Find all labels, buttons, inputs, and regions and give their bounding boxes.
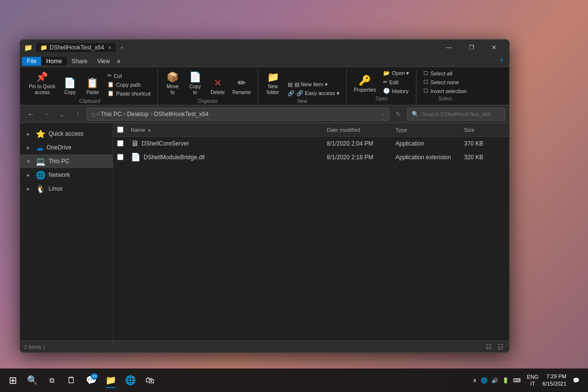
header-date[interactable]: Date modified bbox=[323, 123, 392, 136]
menu-share[interactable]: Share bbox=[67, 57, 92, 66]
refresh-button[interactable]: ↻ bbox=[392, 107, 405, 121]
history-button[interactable]: 🕐 History bbox=[380, 87, 413, 95]
maximize-button[interactable]: ❐ bbox=[460, 40, 483, 55]
volume-icon[interactable]: 🔊 bbox=[491, 377, 498, 384]
select-all-button[interactable]: ☐ Select all bbox=[420, 69, 469, 77]
taskbar-search-button[interactable]: 🔍 bbox=[24, 371, 41, 389]
clipboard-small-buttons: ✂ Cut 📋 Copy path 📋 Paste shortcut bbox=[104, 72, 153, 98]
recent-locations-button[interactable]: ⌄ bbox=[55, 107, 69, 121]
taskbar-store-button[interactable]: 🛍 bbox=[141, 371, 159, 389]
sidebar-item-onedrive[interactable]: ► ☁ OneDrive bbox=[20, 141, 113, 154]
edit-button[interactable]: ✏ Edit bbox=[380, 78, 413, 86]
task-view-button[interactable]: ⧉ bbox=[43, 371, 61, 389]
table-row[interactable]: 🖥 DShellCoreServer 8/1/2020 2:04 PM Appl… bbox=[113, 137, 509, 150]
easy-access-button[interactable]: 🔗 🔗 Easy access ▾ bbox=[285, 89, 343, 98]
cut-button[interactable]: ✂ Cut bbox=[104, 72, 153, 80]
row2-check[interactable] bbox=[117, 154, 123, 160]
large-icons-view-button[interactable]: ☷ bbox=[495, 342, 505, 352]
delete-button[interactable]: ✕ Delete bbox=[207, 75, 228, 98]
sidebar-item-quick-access[interactable]: ► ⭐ Quick access bbox=[20, 127, 113, 141]
taskbar-right: ∧ 🌐 🔊 🔋 ⌨ ENG IT 7:29 PM 6/15/2021 💬 bbox=[469, 371, 588, 389]
copy-button[interactable]: 📄 Copy bbox=[59, 75, 81, 98]
select-none-icon: ☐ bbox=[423, 79, 428, 85]
select-none-button[interactable]: ☐ Select none bbox=[420, 78, 469, 86]
tab-folder-icon: 📁 bbox=[40, 44, 48, 51]
header-name[interactable]: Name ▲ bbox=[127, 123, 323, 136]
network-icon: 🌐 bbox=[36, 171, 46, 180]
invert-selection-button[interactable]: ☐ Invert selection bbox=[420, 87, 469, 95]
widgets-button[interactable]: 🗒 bbox=[63, 371, 80, 389]
network-chevron: ► bbox=[26, 172, 33, 178]
pin-to-quick-access-button[interactable]: 📌 Pin to Quickaccess bbox=[26, 69, 58, 98]
organize-group-label: Organize bbox=[198, 98, 218, 104]
taskbar-clock[interactable]: 7:29 PM 6/15/2021 bbox=[542, 373, 566, 388]
copy-path-button[interactable]: 📋 Copy path bbox=[104, 80, 153, 89]
add-tab-icon[interactable]: + bbox=[120, 44, 123, 51]
title-tab[interactable]: 📁 DShellHookTest_x64 ✕ bbox=[36, 43, 116, 52]
close-button[interactable]: ✕ bbox=[483, 40, 505, 55]
search-input[interactable] bbox=[422, 111, 501, 117]
new-item-button[interactable]: ▤ ▤ New item ▾ bbox=[285, 80, 343, 89]
search-bar[interactable]: 🔍 bbox=[407, 108, 505, 121]
new-folder-button[interactable]: 📁 Newfolder bbox=[262, 69, 284, 98]
properties-button[interactable]: 🔑 Properties bbox=[351, 73, 379, 95]
paste-button[interactable]: 📋 Paste bbox=[82, 75, 103, 98]
title-tab-close-icon[interactable]: ✕ bbox=[108, 45, 112, 50]
header-checkbox[interactable] bbox=[113, 123, 127, 136]
menu-file[interactable]: File bbox=[22, 57, 41, 66]
taskbar-lang[interactable]: ENG IT bbox=[527, 373, 539, 388]
help-icon[interactable]: ? bbox=[496, 58, 507, 65]
breadcrumb-desktop[interactable]: Desktop bbox=[127, 111, 148, 118]
minimize-button[interactable]: — bbox=[438, 40, 460, 55]
sidebar-item-network[interactable]: ► 🌐 Network bbox=[20, 168, 113, 182]
keyboard-icon[interactable]: ⌨ bbox=[513, 377, 521, 384]
menu-home[interactable]: Home bbox=[41, 57, 67, 66]
invert-selection-label: Invert selection bbox=[430, 88, 466, 94]
battery-icon: 🔋 bbox=[502, 377, 509, 384]
new-item-label: ▤ New item ▾ bbox=[294, 81, 328, 88]
breadcrumb-dropdown-icon[interactable]: ⌄ bbox=[382, 112, 385, 116]
header-date-label: Date modified bbox=[327, 127, 360, 133]
paste-label: Paste bbox=[86, 90, 99, 96]
title-tab-label: DShellHookTest_x64 bbox=[49, 44, 104, 51]
header-size[interactable]: Size bbox=[460, 123, 509, 136]
network-label: Network bbox=[49, 172, 109, 178]
row1-check[interactable] bbox=[117, 140, 123, 147]
forward-button[interactable]: → bbox=[40, 107, 53, 121]
header-type[interactable]: Type bbox=[392, 123, 460, 136]
chat-button[interactable]: 💬 33 bbox=[82, 371, 100, 389]
breadcrumb-this-pc[interactable]: This PC bbox=[100, 111, 122, 118]
row2-checkbox[interactable] bbox=[113, 150, 127, 164]
select-all-checkbox[interactable] bbox=[117, 126, 123, 133]
table-row[interactable]: 📄 DShellModuleBridge.dll 8/1/2020 2:18 P… bbox=[113, 150, 509, 164]
breadcrumb-sep3: > bbox=[149, 111, 153, 118]
rename-button[interactable]: ✏ Rename bbox=[229, 75, 254, 98]
new-small-buttons: ▤ ▤ New item ▾ 🔗 🔗 Easy access ▾ bbox=[285, 80, 343, 98]
details-view-button[interactable]: ☷ bbox=[484, 342, 493, 352]
menu-view[interactable]: View bbox=[92, 57, 115, 66]
notification-button[interactable]: 💬 bbox=[568, 371, 584, 389]
nav-bar: ← → ⌄ ↑ ⌂ > This PC > Desktop > DShellHo… bbox=[20, 105, 509, 123]
breadcrumb-folder[interactable]: DShellHookTest_x64 bbox=[154, 111, 208, 118]
up-button[interactable]: ↑ bbox=[71, 107, 85, 121]
taskbar-browser-button[interactable]: 🌐 bbox=[122, 371, 139, 389]
chevron-up-icon[interactable]: ∧ bbox=[473, 377, 477, 384]
copy-to-button[interactable]: 📄 Copyto bbox=[184, 69, 206, 98]
window-controls: — ❐ ✕ bbox=[438, 40, 505, 55]
sidebar-item-this-pc[interactable]: ▼ 💻 This PC bbox=[20, 154, 113, 168]
open-button[interactable]: 📂 Open ▾ bbox=[380, 69, 413, 77]
collapse-ribbon-icon[interactable]: ∧ bbox=[115, 58, 123, 65]
network-status-icon[interactable]: 🌐 bbox=[481, 377, 488, 384]
taskbar-file-explorer-button[interactable]: 📁 bbox=[102, 371, 120, 389]
start-button[interactable]: ⊞ bbox=[4, 371, 22, 389]
ribbon: 📌 Pin to Quickaccess 📄 Copy 📋 Paste bbox=[20, 67, 509, 105]
breadcrumb[interactable]: ⌂ > This PC > Desktop > DShellHookTest_x… bbox=[87, 108, 390, 121]
row1-checkbox[interactable] bbox=[113, 137, 127, 150]
paste-shortcut-button[interactable]: 📋 Paste shortcut bbox=[104, 89, 153, 98]
rename-label: Rename bbox=[232, 90, 251, 96]
status-right-buttons: ☷ ☷ bbox=[484, 342, 505, 352]
sidebar-item-linux[interactable]: ► 🐧 Linux bbox=[20, 182, 113, 196]
select-none-label: Select none bbox=[430, 79, 459, 85]
back-button[interactable]: ← bbox=[24, 107, 38, 121]
move-to-button[interactable]: 📦 Moveto bbox=[162, 69, 183, 98]
